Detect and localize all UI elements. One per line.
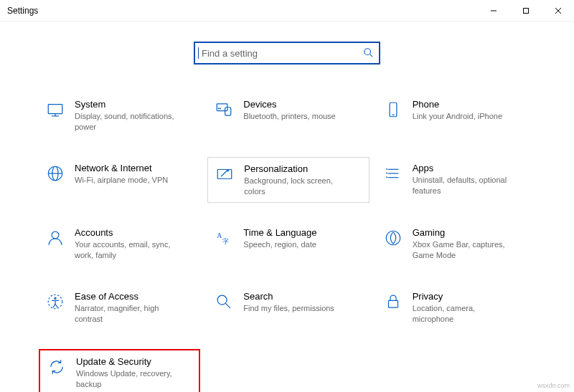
- close-button[interactable]: [542, 0, 574, 21]
- tile-label: Time & Language: [243, 227, 316, 238]
- tile-devices[interactable]: Devices Bluetooth, printers, mouse: [207, 93, 369, 138]
- tile-phone[interactable]: Phone Link your Android, iPhone: [377, 93, 538, 138]
- tile-ease-of-access[interactable]: Ease of Access Narrator, magnifier, high…: [39, 285, 200, 330]
- personalization-icon: [212, 163, 237, 183]
- tile-desc: Uninstall, defaults, optional features: [413, 175, 517, 196]
- svg-rect-10: [225, 107, 231, 115]
- content-area: Find a setting System Display, sound, no…: [0, 21, 574, 392]
- svg-point-12: [220, 108, 221, 109]
- tile-desc: Link your Android, iPhone: [413, 111, 502, 122]
- maximize-button[interactable]: [509, 0, 542, 21]
- tile-privacy[interactable]: Privacy Location, camera, microphone: [377, 285, 538, 330]
- svg-rect-22: [386, 168, 387, 170]
- tile-label: Apps: [413, 163, 517, 173]
- tile-apps[interactable]: Apps Uninstall, defaults, optional featu…: [377, 157, 538, 204]
- tile-label: Personalization: [244, 163, 348, 174]
- tile-desc: Bluetooth, printers, mouse: [243, 111, 335, 122]
- tile-desc: Your accounts, email, sync, work, family: [75, 239, 179, 261]
- svg-point-30: [54, 297, 56, 300]
- tile-time-language[interactable]: A字 Time & Language Speech, region, date: [207, 221, 369, 267]
- tile-desc: Windows Update, recovery, backup: [76, 368, 180, 390]
- tile-desc: Background, lock screen, colors: [244, 176, 348, 197]
- devices-icon: [212, 99, 236, 119]
- svg-point-25: [52, 231, 59, 239]
- network-icon: [43, 163, 67, 183]
- tile-label: Network & Internet: [75, 163, 168, 173]
- phone-icon: [381, 99, 405, 119]
- svg-point-28: [386, 231, 400, 246]
- window-title: Settings: [7, 6, 38, 16]
- svg-text:字: 字: [223, 239, 230, 246]
- watermark: wsxdn.com: [537, 382, 570, 389]
- tile-label: Privacy: [413, 291, 517, 302]
- tile-desc: Find my files, permissions: [243, 303, 334, 314]
- tile-system[interactable]: System Display, sound, notifications, po…: [39, 93, 200, 138]
- search-placeholder: Find a setting: [200, 48, 363, 59]
- svg-rect-23: [386, 172, 387, 173]
- tile-desc: Location, camera, microphone: [413, 303, 517, 325]
- apps-icon: [381, 163, 405, 183]
- svg-point-11: [219, 108, 220, 109]
- tile-network[interactable]: Network & Internet Wi-Fi, airplane mode,…: [39, 157, 200, 204]
- window-controls: [477, 0, 574, 21]
- tile-label: Devices: [243, 99, 335, 110]
- titlebar: Settings: [0, 0, 574, 21]
- svg-rect-18: [218, 169, 232, 178]
- time-language-icon: A字: [212, 227, 236, 247]
- accounts-icon: [43, 227, 67, 247]
- text-caret: [198, 47, 199, 59]
- gaming-icon: [381, 227, 405, 247]
- tile-label: Phone: [413, 99, 502, 110]
- tile-gaming[interactable]: Gaming Xbox Game Bar, captures, Game Mod…: [377, 221, 538, 267]
- tile-label: System: [75, 99, 179, 110]
- svg-rect-33: [388, 300, 397, 307]
- tile-label: Accounts: [75, 227, 179, 238]
- search-icon: [363, 47, 373, 59]
- tile-personalization[interactable]: Personalization Background, lock screen,…: [207, 157, 369, 204]
- tile-accounts[interactable]: Accounts Your accounts, email, sync, wor…: [39, 221, 200, 267]
- tile-label: Ease of Access: [75, 291, 179, 302]
- search-input[interactable]: Find a setting: [194, 42, 380, 64]
- tile-desc: Display, sound, notifications, power: [75, 111, 179, 133]
- svg-rect-24: [386, 176, 387, 178]
- system-icon: [43, 99, 67, 119]
- tile-desc: Speech, region, date: [243, 239, 316, 250]
- svg-rect-6: [48, 105, 62, 114]
- svg-line-32: [226, 304, 231, 309]
- svg-rect-1: [523, 8, 528, 13]
- tile-desc: Narrator, magnifier, high contrast: [75, 303, 179, 325]
- tile-label: Search: [243, 291, 334, 302]
- search-wrap: Find a setting: [0, 42, 574, 64]
- tile-desc: Xbox Game Bar, captures, Game Mode: [413, 239, 517, 261]
- update-security-icon: [44, 356, 69, 376]
- search-tile-icon: [212, 291, 236, 311]
- ease-of-access-icon: [43, 291, 67, 311]
- tile-label: Gaming: [413, 227, 517, 238]
- settings-grid: System Display, sound, notifications, po…: [36, 93, 538, 392]
- tile-desc: Wi-Fi, airplane mode, VPN: [75, 175, 168, 186]
- privacy-icon: [381, 291, 405, 311]
- tile-search[interactable]: Search Find my files, permissions: [207, 285, 369, 330]
- minimize-button[interactable]: [477, 0, 509, 21]
- svg-text:A: A: [217, 231, 222, 239]
- svg-line-5: [370, 54, 373, 57]
- svg-point-31: [217, 295, 227, 305]
- tile-label: Update & Security: [76, 356, 180, 367]
- tile-update-security[interactable]: Update & Security Windows Update, recove…: [39, 349, 200, 392]
- svg-point-4: [364, 48, 371, 54]
